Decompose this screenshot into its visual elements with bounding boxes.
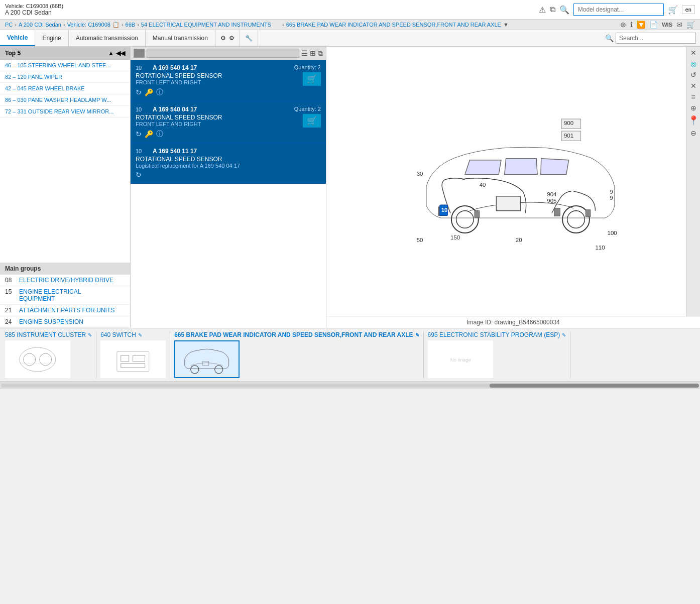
edit-icon-585[interactable]: ✎ — [88, 332, 92, 338]
breadcrumb-665[interactable]: 665 BRAKE PAD WEAR INDICATOR AND SPEED S… — [286, 22, 501, 28]
edit-icon-665[interactable]: ✎ — [415, 332, 419, 338]
tab-manual-label: Manual transmission — [153, 35, 208, 42]
thumb-label-640[interactable]: 640 SWITCH ✎ — [100, 331, 166, 338]
sensor-rl — [554, 208, 560, 215]
scrollbar-track[interactable] — [1, 384, 699, 388]
list-view-icon[interactable]: ☰ — [301, 49, 308, 58]
collapse-up-icon[interactable]: ▲ — [108, 50, 114, 57]
tab-icon-wrench[interactable]: 🔧 — [240, 30, 258, 46]
zoom-in-diag-icon[interactable]: ⊕ — [690, 104, 696, 112]
part-item-1-top: 10 A 169 540 14 17 ROTATIONAL SPEED SENS… — [136, 64, 321, 86]
part-3-sub: Logistical replacement for A 169 540 04 … — [136, 163, 240, 169]
breadcrumb-a200[interactable]: A 200 CDI Sedan — [19, 22, 61, 28]
thumb-group-695: 695 ELECTRONIC STABILITY PROGRAM (ESP) ✎… — [428, 331, 571, 378]
thumb-img-585[interactable] — [5, 340, 70, 378]
breadcrumb-vehicle[interactable]: Vehicle: C169008 — [67, 22, 110, 28]
thumb-img-695[interactable]: No image — [428, 340, 493, 378]
sidebar-item-1[interactable]: 46 – 105 STEERING WHEEL AND STEE... — [0, 60, 130, 71]
abs-module — [496, 196, 520, 210]
tab-icon-gear[interactable]: ⚙⚙ — [215, 30, 240, 46]
language-selector[interactable]: en — [682, 5, 695, 14]
model-search-input[interactable] — [573, 4, 664, 16]
svg-text:901: 901 — [564, 132, 573, 138]
diagram-image: 10 30 50 150 40 904 905 9 9 100 110 20 9… — [326, 47, 700, 316]
zoom-in-icon[interactable]: ⊕ — [620, 21, 626, 29]
thumb-svg-665 — [178, 343, 235, 376]
thumb-img-665[interactable] — [174, 340, 240, 378]
thumb-img-640[interactable] — [100, 340, 166, 378]
close-diagram-icon[interactable]: ✕ — [690, 49, 696, 57]
document-icon[interactable]: 📄 — [649, 21, 658, 29]
layers-icon[interactable]: ≡ — [691, 93, 695, 101]
thumb-label-665[interactable]: 665 BRAKE PAD WEAR INDICATOR AND SPEED S… — [174, 331, 419, 338]
search-icon-header[interactable]: 🔍 — [559, 5, 569, 15]
part-1-qty-area: Quantity: 2 🛒 — [294, 64, 321, 86]
zoom-out-diag-icon[interactable]: ⊖ — [690, 129, 696, 137]
header: Vehicle: C169008 (66B) A 200 CDI Sedan ⚠… — [0, 0, 700, 20]
part-1-info-icon[interactable]: ⓘ — [156, 88, 163, 97]
breadcrumb-54[interactable]: 54 ELECTRICAL EQUIPMENT AND INSTRUMENTS — [141, 22, 271, 28]
breadcrumb-66b[interactable]: 66B — [126, 22, 136, 28]
part-2-key-icon[interactable]: 🔑 — [145, 130, 153, 138]
tab-vehicle[interactable]: Vehicle — [0, 30, 35, 46]
undo-icon[interactable]: ↺ — [690, 71, 696, 79]
wis-icon[interactable]: WIS — [662, 22, 672, 28]
sidebar-group-21[interactable]: 21 ATTACHMENT PARTS FOR UNITS — [0, 305, 130, 316]
sidebar-collapse-icons[interactable]: ▲ ◀◀ — [108, 50, 125, 57]
sidebar-item-2[interactable]: 82 – 120 PANE WIPER — [0, 71, 130, 83]
sidebar-group-24[interactable]: 24 ENGINE SUSPENSION — [0, 316, 130, 328]
cart-icon-bc[interactable]: 🛒 — [686, 21, 695, 29]
sidebar-item-3[interactable]: 42 – 045 REAR WHEEL BRAKE — [0, 83, 130, 94]
thumb-label-695[interactable]: 695 ELECTRONIC STABILITY PROGRAM (ESP) ✎ — [428, 331, 566, 338]
sidebar: Top 5 ▲ ◀◀ 46 – 105 STEERING WHEEL AND S… — [0, 47, 131, 328]
grid-view-icon[interactable]: ⊞ — [310, 49, 316, 58]
thumb-label-585[interactable]: 585 INSTRUMENT CLUSTER ✎ — [5, 331, 92, 338]
expand-view-icon[interactable]: ⧉ — [318, 49, 323, 58]
part-2-refresh-icon[interactable]: ↻ — [136, 130, 142, 138]
scrollbar-thumb[interactable] — [490, 384, 699, 388]
label-904: 904 — [547, 191, 557, 197]
sidebar-item-4[interactable]: 86 – 030 PANE WASHER,HEADLAMP W... — [0, 94, 130, 106]
breadcrumb-pc[interactable]: PC — [5, 22, 13, 28]
copy-icon[interactable]: ⧉ — [550, 5, 555, 14]
part-2-info-icon[interactable]: ⓘ — [156, 130, 163, 139]
toolbar-search-input[interactable] — [616, 33, 696, 44]
part-1-key-icon[interactable]: 🔑 — [145, 88, 153, 96]
edit-icon-695[interactable]: ✎ — [562, 332, 566, 338]
color-indicator[interactable] — [134, 49, 145, 58]
svg-point-18 — [215, 365, 223, 373]
cart-icon-header[interactable]: 🛒 — [668, 5, 678, 15]
collapse-left-icon[interactable]: ◀◀ — [116, 50, 125, 57]
svg-rect-14 — [121, 355, 129, 361]
sidebar-group-15[interactable]: 15 ENGINE ELECTRICALEQUIPMENT — [0, 286, 130, 305]
diagram-image-id: Image ID: drawing_B54665000034 — [466, 319, 559, 326]
part-3-actions: ↻ — [136, 171, 321, 179]
parts-list: 10 A 169 540 14 17 ROTATIONAL SPEED SENS… — [131, 60, 326, 328]
eye-icon[interactable]: ◎ — [690, 60, 696, 68]
tab-engine[interactable]: Engine — [35, 30, 68, 46]
sidebar-group-08[interactable]: 08 ELECTRIC DRIVE/HYBRID DRIVE — [0, 275, 130, 286]
part-1-actions: ↻ 🔑 ⓘ — [136, 88, 321, 97]
breadcrumb-copy-icon[interactable]: 📋 — [112, 22, 120, 28]
part-1-cart-button[interactable]: 🛒 — [303, 72, 321, 86]
breadcrumb-dropdown[interactable]: ▼ — [503, 22, 509, 28]
edit-icon-640[interactable]: ✎ — [138, 332, 142, 338]
part-2-actions: ↻ 🔑 ⓘ — [136, 130, 321, 139]
scrollbar-area — [0, 381, 700, 389]
info-icon-bc[interactable]: ℹ — [630, 21, 633, 29]
toolbar-search-icon[interactable]: 🔍 — [605, 34, 614, 42]
part-3-name: ROTATIONAL SPEED SENSOR — [136, 156, 240, 163]
tab-automatic-transmission[interactable]: Automatic transmission — [69, 30, 146, 46]
sidebar-item-5[interactable]: 72 – 331 OUTSIDE REAR VIEW MIRROR... — [0, 106, 130, 117]
filter-icon[interactable]: 🔽 — [637, 21, 645, 29]
mail-icon[interactable]: ✉ — [676, 21, 682, 29]
part-3-refresh-icon[interactable]: ↻ — [136, 171, 142, 179]
part-2-cart-button[interactable]: 🛒 — [303, 114, 321, 128]
location-pin-icon[interactable]: 📍 — [688, 115, 699, 126]
mirror-icon[interactable]: ✕ — [690, 82, 696, 90]
part-1-info: 10 A 169 540 14 17 ROTATIONAL SPEED SENS… — [136, 64, 222, 85]
part-1-refresh-icon[interactable]: ↻ — [136, 88, 142, 96]
svg-point-0 — [451, 206, 479, 233]
tab-manual-transmission[interactable]: Manual transmission — [146, 30, 215, 46]
warning-icon[interactable]: ⚠ — [539, 5, 546, 15]
